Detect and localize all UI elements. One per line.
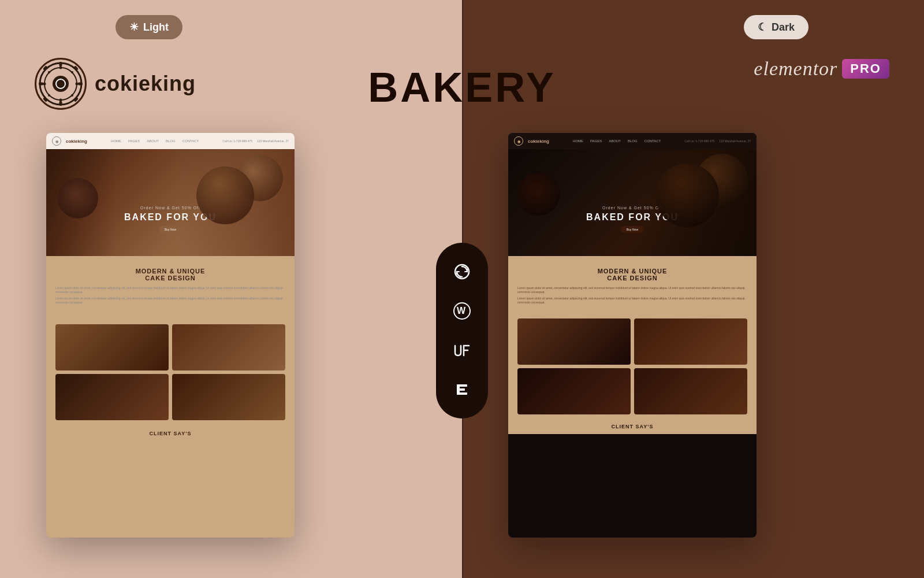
refresh-icon-button[interactable] <box>445 255 479 288</box>
preview-content-dark: MODERN & UNIQUECAKE DESIGN Lorem ipsum d… <box>508 256 757 318</box>
elementor-text: elementor <box>754 58 837 80</box>
preview-section-text1-dark: Lorem ipsum dolor sit amet, consectetur … <box>517 286 747 294</box>
dark-mode-toggle[interactable]: ☾ Dark <box>744 15 808 39</box>
svg-point-17 <box>71 71 73 73</box>
logo-area: cokieking <box>35 58 196 110</box>
elementor-icon-button[interactable] <box>445 373 479 406</box>
svg-point-2 <box>53 76 69 92</box>
svg-rect-11 <box>73 97 79 102</box>
preview-section-text2-light: Lorem ipsum dolor sit amet, consectetur … <box>55 297 285 305</box>
center-icon-pill: W <box>436 243 488 418</box>
light-label: Light <box>143 21 169 34</box>
preview-image-grid-light <box>46 318 295 426</box>
logo-svg <box>38 61 84 107</box>
preview-section-title-light: MODERN & UNIQUECAKE DESIGN <box>55 268 285 281</box>
svg-rect-8 <box>43 65 48 71</box>
ultimatefields-icon-button[interactable] <box>445 334 479 367</box>
svg-rect-10 <box>43 97 48 102</box>
svg-rect-9 <box>73 65 79 71</box>
preview-nav-light: HOMEPAGESABOUTBLOGCONTACT <box>111 139 199 143</box>
svg-point-18 <box>48 94 50 97</box>
preview-section-text1-light: Lorem ipsum dolor sit amet, consectetur … <box>55 286 285 294</box>
svg-point-12 <box>59 66 62 69</box>
preview-img-3-dark <box>517 368 631 414</box>
hero-btn-light: Buy Now <box>159 226 182 233</box>
logo-circle <box>35 58 87 110</box>
left-website-preview: ◉ cokieking HOMEPAGESABOUTBLOGCONTACT Ca… <box>46 133 295 538</box>
light-mode-toggle[interactable]: ☀ Light <box>116 15 182 39</box>
preview-hero-light: Order Now & Get 50% Off BAKED FOR YOU Bu… <box>46 149 295 256</box>
hero-btn-dark: Buy Now <box>621 226 644 233</box>
bakery-title: BAKERY <box>368 64 556 111</box>
preview-hero-dark: Order Now & Get 50% Off BAKED FOR YOU Bu… <box>508 149 757 256</box>
preview-img-4-dark <box>634 368 747 414</box>
preview-img-3-light <box>55 374 169 420</box>
pro-badge: PRO <box>842 59 889 79</box>
preview-logo-small-light: ◉ cokieking <box>52 136 87 146</box>
preview-nav-dark: HOMEPAGESABOUTBLOGCONTACT <box>573 139 661 143</box>
preview-img-1-light <box>55 324 169 370</box>
svg-rect-5 <box>59 101 62 106</box>
preview-section-title-dark: MODERN & UNIQUECAKE DESIGN <box>517 268 747 281</box>
bakery-title-container: BAKERY <box>368 64 556 111</box>
moon-icon: ☾ <box>758 21 767 34</box>
right-website-preview: ◉ cokieking HOMEPAGESABOUTBLOGCONTACT Ca… <box>508 133 757 538</box>
svg-rect-4 <box>59 62 62 66</box>
preview-client-says-light: CLIENT SAY'S <box>46 426 295 441</box>
wordpress-icon-button[interactable]: W <box>445 294 479 328</box>
dark-label: Dark <box>772 21 795 34</box>
svg-point-16 <box>48 71 50 73</box>
preview-client-says-dark: CLIENT SAY'S <box>508 420 757 434</box>
svg-point-15 <box>76 83 79 86</box>
preview-header-dark: ◉ cokieking HOMEPAGESABOUTBLOGCONTACT Ca… <box>508 133 757 149</box>
svg-rect-27 <box>457 392 467 395</box>
preview-content-light: MODERN & UNIQUECAKE DESIGN Lorem ipsum d… <box>46 256 295 318</box>
svg-rect-7 <box>78 83 83 86</box>
preview-img-2-dark <box>634 318 747 365</box>
svg-rect-26 <box>457 388 465 391</box>
elementor-badge: elementor PRO <box>754 58 889 80</box>
svg-point-19 <box>71 94 73 97</box>
preview-header-contact-dark: Call Us: 1-718-998-475 123 Marshall Aven… <box>684 139 751 143</box>
preview-img-1-dark <box>517 318 631 365</box>
svg-rect-25 <box>457 384 467 387</box>
sun-icon: ☀ <box>129 21 139 34</box>
svg-point-14 <box>43 83 46 86</box>
svg-rect-6 <box>39 83 43 86</box>
svg-text:W: W <box>457 306 466 316</box>
preview-logo-small-dark: ◉ cokieking <box>514 136 549 146</box>
preview-header-contact: Call Us: 1-718-998-475 123 Marshall Aven… <box>222 139 289 143</box>
svg-point-13 <box>59 99 62 102</box>
preview-header-light: ◉ cokieking HOMEPAGESABOUTBLOGCONTACT Ca… <box>46 133 295 149</box>
preview-img-4-light <box>172 374 285 420</box>
preview-img-2-light <box>172 324 285 370</box>
preview-section-text2-dark: Lorem ipsum dolor sit amet, consectetur … <box>517 297 747 305</box>
preview-image-grid-dark <box>508 318 757 420</box>
logo-text: cokieking <box>95 72 196 96</box>
